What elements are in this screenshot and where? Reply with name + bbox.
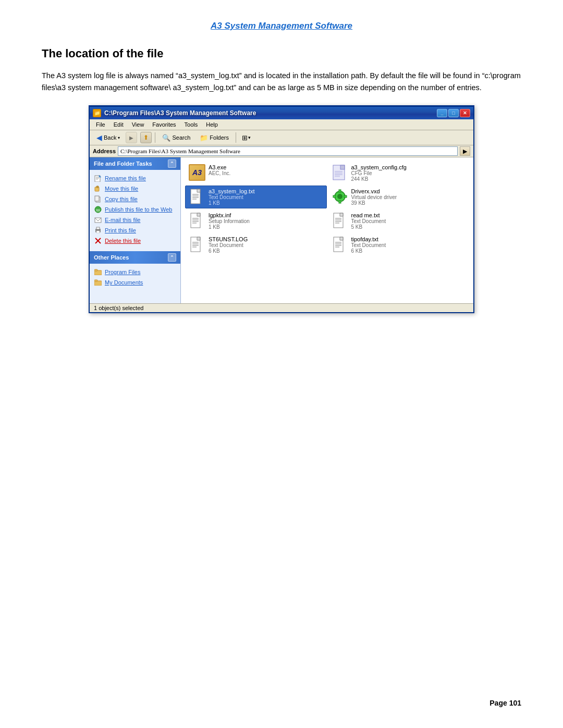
page-footer: Page 101 — [489, 699, 521, 707]
file-tasks-header[interactable]: File and Folder Tasks ⌃ — [90, 157, 180, 170]
svg-point-34 — [337, 194, 342, 199]
svg-marker-52 — [197, 237, 200, 240]
cfg-icon — [332, 164, 348, 181]
svg-marker-46 — [340, 213, 343, 216]
menu-file[interactable]: File — [92, 120, 109, 129]
separator-2 — [236, 132, 236, 143]
rename-link[interactable]: Rename this file — [94, 173, 176, 183]
move-link[interactable]: Move this file — [94, 183, 176, 194]
svg-marker-40 — [197, 213, 200, 216]
a3exe-info: A3.exe AEC, Inc. — [209, 164, 230, 176]
main-area: File and Folder Tasks ⌃ Rename this file — [90, 157, 473, 303]
copy-link[interactable]: Copy this file — [94, 194, 176, 204]
view-button[interactable]: ⊞ ▾ — [239, 132, 253, 143]
file-item-log[interactable]: a3_system_log.txt Text Document 1 KB — [185, 186, 327, 208]
tipofday-size: 6 KB — [351, 248, 386, 254]
search-button[interactable]: 🔍 Search — [158, 132, 194, 143]
back-arrow: ▾ — [118, 135, 120, 140]
file-item-inf[interactable]: lgpktx.inf Setup Information 1 KB — [185, 209, 327, 232]
close-button[interactable]: ✕ — [460, 109, 470, 117]
back-label: Back — [104, 134, 116, 141]
status-text: 1 object(s) selected — [94, 305, 143, 311]
search-label: Search — [172, 134, 190, 141]
file-item-a3exe[interactable]: A3 A3.exe AEC, Inc. — [185, 162, 327, 184]
folders-button[interactable]: 📁 Folders — [196, 132, 232, 143]
log-type: Text Document — [209, 194, 255, 200]
address-go-button[interactable]: ▶ — [460, 146, 470, 156]
svg-text:W: W — [96, 208, 100, 213]
svg-marker-58 — [340, 237, 343, 240]
file-item-readme[interactable]: read me.txt Text Document 5 KB — [328, 209, 470, 232]
up-button[interactable]: ⬆ — [140, 132, 152, 143]
menu-bar: File Edit View Favorites Tools Help — [90, 119, 473, 130]
program-files-icon — [94, 268, 102, 276]
body-text: The A3 system log file is always named “… — [42, 70, 521, 94]
menu-edit[interactable]: Edit — [109, 120, 128, 129]
vxd-icon — [332, 188, 348, 205]
back-button[interactable]: ◀ Back ▾ — [93, 132, 124, 143]
svg-rect-14 — [96, 231, 100, 233]
other-places-header[interactable]: Other Places ⌃ — [90, 251, 180, 264]
menu-help[interactable]: Help — [202, 120, 222, 129]
left-panel: File and Folder Tasks ⌃ Rename this file — [90, 157, 181, 303]
file-tasks-collapse[interactable]: ⌃ — [168, 159, 176, 168]
copy-icon — [94, 195, 102, 203]
software-title-link[interactable]: A3 System Management Software — [211, 21, 352, 31]
menu-tools[interactable]: Tools — [180, 120, 202, 129]
menu-view[interactable]: View — [128, 120, 149, 129]
delete-link[interactable]: Delete this file — [94, 236, 176, 246]
separator-1 — [155, 132, 155, 143]
log-info: a3_system_log.txt Text Document 1 KB — [209, 188, 255, 206]
address-bar: Address ▶ — [90, 145, 473, 157]
st6unst-info: ST6UNST.LOG Text Document 6 KB — [209, 236, 248, 254]
delete-icon — [94, 237, 102, 245]
maximize-button[interactable]: □ — [448, 109, 459, 117]
a3exe-meta: AEC, Inc. — [209, 170, 230, 176]
other-places-collapse[interactable]: ⌃ — [168, 253, 176, 262]
publish-label: Publish this file to the Web — [105, 206, 172, 213]
toolbar: ◀ Back ▾ ▶ ⬆ 🔍 Search 📁 Folders ⊞ ▾ — [90, 130, 473, 145]
file-item-st6unst[interactable]: ST6UNST.LOG Text Document 6 KB — [185, 233, 327, 256]
inf-type: Setup Information — [209, 218, 250, 224]
other-places-title: Other Places — [94, 254, 129, 261]
vxd-name: Driverx.vxd — [351, 188, 397, 194]
title-bar-buttons: _ □ ✕ — [437, 109, 470, 117]
file-item-vxd[interactable]: Driverx.vxd Virtual device driver 39 KB — [328, 186, 470, 208]
svg-rect-36 — [339, 201, 341, 203]
print-icon — [94, 226, 102, 235]
svg-rect-20 — [94, 280, 97, 281]
cfg-type: CFG File — [351, 170, 407, 176]
address-field[interactable] — [118, 146, 458, 156]
menu-favorites[interactable]: Favorites — [148, 120, 180, 129]
file-item-cfg[interactable]: a3_system_config.cfg CFG File 244 KB — [328, 162, 470, 184]
minimize-button[interactable]: _ — [437, 109, 447, 117]
page-title-banner: A3 System Management Software — [42, 21, 521, 31]
publish-link[interactable]: W Publish this file to the Web — [94, 204, 176, 215]
rename-icon — [94, 174, 102, 182]
forward-button[interactable]: ▶ — [126, 132, 137, 143]
tipofday-type: Text Document — [351, 242, 386, 248]
my-documents-icon — [94, 278, 102, 287]
print-link[interactable]: Print this file — [94, 225, 176, 236]
svg-rect-18 — [94, 269, 97, 271]
tipofday-name: tipofday.txt — [351, 236, 386, 242]
vxd-size: 39 KB — [351, 200, 397, 206]
readme-info: read me.txt Text Document 5 KB — [351, 212, 386, 230]
email-icon — [94, 216, 102, 224]
svg-rect-22 — [340, 165, 345, 169]
email-link[interactable]: E-mail this file — [94, 215, 176, 225]
vxd-info: Driverx.vxd Virtual device driver 39 KB — [351, 188, 397, 206]
file-item-tipofday[interactable]: tipofday.txt Text Document 6 KB — [328, 233, 470, 256]
other-places-content: Program Files My Documents — [90, 264, 180, 291]
cfg-info: a3_system_config.cfg CFG File 244 KB — [351, 164, 407, 182]
other-places-section: Other Places ⌃ Program Files My D — [90, 251, 180, 291]
svg-rect-8 — [95, 196, 99, 201]
program-files-label: Program Files — [105, 269, 140, 275]
readme-size: 5 KB — [351, 224, 386, 230]
inf-name: lgpktx.inf — [209, 212, 250, 218]
folders-label: Folders — [210, 134, 229, 141]
my-documents-link[interactable]: My Documents — [94, 277, 176, 288]
my-documents-label: My Documents — [105, 279, 143, 286]
program-files-link[interactable]: Program Files — [94, 267, 176, 277]
svg-rect-6 — [96, 186, 99, 188]
